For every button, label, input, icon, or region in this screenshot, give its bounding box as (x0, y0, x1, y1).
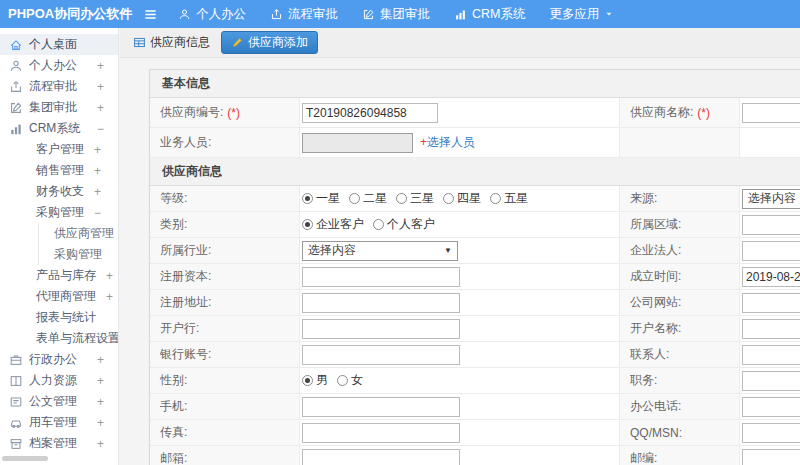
field-mobile[interactable] (302, 397, 460, 417)
sidebar-item-personal-desktop[interactable]: 个人桌面 (0, 34, 118, 55)
sidebar-item-admin-office[interactable]: 行政办公+ (0, 349, 118, 370)
field-value-cell: 男女 (300, 368, 620, 393)
section-title: 基本信息 (150, 70, 800, 98)
field-registered-address[interactable] (302, 293, 460, 313)
chart-icon (454, 8, 467, 21)
sidebar-item-agent-mgmt[interactable]: 代理商管理+ (0, 286, 118, 307)
tab-supplier-add[interactable]: 供应商添加 (221, 31, 318, 54)
sidebar-item-finance[interactable]: 财务收支+ (0, 181, 118, 202)
sidebar-item-label: 供应商管理 (54, 225, 114, 242)
expander-icon[interactable]: + (106, 269, 113, 283)
expander-icon[interactable]: + (94, 143, 101, 157)
field-supplier-name[interactable] (742, 103, 800, 123)
sidebar-item-sales-mgmt[interactable]: 销售管理+ (0, 160, 118, 181)
field-legal-person[interactable] (742, 241, 800, 261)
expander-icon[interactable]: + (97, 416, 104, 430)
sidebar-item-archive-mgmt[interactable]: 档案管理+ (0, 433, 118, 454)
expander-icon[interactable]: − (94, 206, 101, 220)
radio-icon[interactable] (490, 193, 501, 204)
field-region[interactable] (742, 215, 800, 235)
sidebar-item-reports-stats[interactable]: 报表与统计 (0, 307, 118, 328)
radio-icon[interactable] (302, 193, 313, 204)
field-value-cell (300, 420, 620, 445)
field-bank[interactable] (302, 319, 460, 339)
field-fax[interactable] (302, 423, 460, 443)
radio-option[interactable]: 企业客户 (302, 216, 364, 233)
expander-icon[interactable]: + (94, 164, 101, 178)
radio-icon[interactable] (373, 219, 384, 230)
expander-icon[interactable]: + (97, 59, 104, 73)
radio-icon[interactable] (302, 219, 313, 230)
radio-option[interactable]: 三星 (396, 190, 434, 207)
field-label: 公司网站: (630, 294, 681, 311)
field-label-cell: 邮箱: (150, 446, 300, 465)
sidebar-item-product-inventory[interactable]: 产品与库存+ (0, 265, 118, 286)
field-label: 开户名称: (630, 320, 681, 337)
field-value-cell: 企业客户个人客户 (300, 212, 620, 237)
sidebar-item-purchase-mgmt[interactable]: 采购管理− (0, 202, 118, 223)
expander-icon[interactable]: + (97, 101, 104, 115)
sidebar-item-purchasing[interactable]: 采购管理 (39, 244, 118, 265)
sidebar-item-group-approval[interactable]: 集团审批+ (0, 97, 118, 118)
field-founding-date[interactable] (742, 267, 800, 287)
field-label-cell (620, 128, 740, 157)
field-bank-account[interactable] (302, 345, 460, 365)
sidebar-item-document-mgmt[interactable]: 公文管理+ (0, 391, 118, 412)
sidebar-item-vehicle-mgmt[interactable]: 用车管理+ (0, 412, 118, 433)
radio-icon[interactable] (302, 375, 313, 386)
radio-option[interactable]: 五星 (490, 190, 528, 207)
sidebar-item-crm-system[interactable]: CRM系统− (0, 118, 118, 139)
sidebar-item-label: 采购管理 (54, 246, 102, 263)
radio-option[interactable]: 女 (337, 372, 363, 389)
radio-option[interactable]: 二星 (349, 190, 387, 207)
topnav-item-crm-system[interactable]: CRM系统 (454, 6, 525, 23)
sidebar-item-customer-mgmt[interactable]: 客户管理+ (0, 139, 118, 160)
field-registered-capital[interactable] (302, 267, 460, 287)
field-office-phone[interactable] (742, 397, 800, 417)
expander-icon[interactable]: + (97, 437, 104, 451)
field-value-cell (740, 368, 800, 393)
select-industry[interactable]: 选择内容▼ (302, 241, 458, 261)
horizontal-scrollbar[interactable] (2, 456, 48, 461)
select-person-link[interactable]: +选择人员 (420, 134, 475, 151)
field-zipcode[interactable] (742, 449, 800, 465)
expander-icon[interactable]: + (97, 374, 104, 388)
radio-icon[interactable] (443, 193, 454, 204)
topnav-item-process-approval[interactable]: 流程审批 (270, 6, 338, 23)
radio-icon[interactable] (349, 193, 360, 204)
expander-icon[interactable]: + (97, 353, 104, 367)
field-contact-person[interactable] (742, 345, 800, 365)
sidebar-item-hr[interactable]: 人力资源+ (0, 370, 118, 391)
field-company-website[interactable] (742, 293, 800, 313)
topnav-item-more-apps[interactable]: 更多应用 (549, 6, 614, 23)
field-position[interactable] (742, 371, 800, 391)
radio-icon[interactable] (337, 375, 348, 386)
topnav-item-personal-office[interactable]: 个人办公 (178, 6, 246, 23)
field-supplier-code[interactable] (302, 103, 438, 123)
topnav-label: 更多应用 (549, 6, 599, 23)
field-account-name[interactable] (742, 319, 800, 339)
sidebar-item-form-process-settings[interactable]: 表单与流程设置+ (0, 328, 118, 349)
sidebar-item-personal-office[interactable]: 个人办公+ (0, 55, 118, 76)
radio-option[interactable]: 一星 (302, 190, 340, 207)
expander-icon[interactable]: + (97, 395, 104, 409)
field-email[interactable] (302, 449, 460, 465)
sidebar-item-process-approval[interactable]: 流程审批+ (0, 76, 118, 97)
topnav-item-group-approval[interactable]: 集团审批 (362, 6, 430, 23)
submenu: 客户管理+销售管理+财务收支+采购管理−供应商管理采购管理产品与库存+代理商管理… (0, 139, 118, 349)
field-business-person[interactable] (302, 133, 413, 153)
radio-option[interactable]: 男 (302, 372, 328, 389)
expander-icon[interactable]: + (97, 80, 104, 94)
expander-icon[interactable]: + (106, 290, 113, 304)
radio-icon[interactable] (396, 193, 407, 204)
radio-option[interactable]: 四星 (443, 190, 481, 207)
hamburger-menu-icon[interactable] (143, 7, 158, 22)
expander-icon[interactable]: + (94, 185, 101, 199)
field-qq-msn[interactable] (742, 423, 800, 443)
radio-option[interactable]: 个人客户 (373, 216, 435, 233)
form-section: 供应商信息等级:一星二星三星四星五星来源:选择内容▼类别:企业客户个人客户所属区… (150, 158, 800, 465)
select-source[interactable]: 选择内容▼ (742, 189, 800, 209)
tab-supplier-info[interactable]: 供应商信息 (133, 34, 210, 51)
sidebar-item-supplier-mgmt[interactable]: 供应商管理 (39, 223, 118, 244)
expander-icon[interactable]: − (97, 122, 104, 136)
